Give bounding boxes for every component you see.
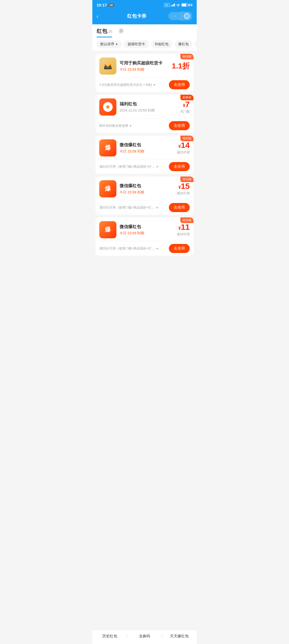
network-badge: 5G (164, 3, 170, 7)
card-1-desc-text: 1.9元购买30元超级吃货卡(5元 × 6张) (99, 83, 152, 87)
card-3-icon: 爆 (99, 139, 116, 156)
card-5-icon: 爆 (99, 221, 116, 238)
card-4-condition: 满33可用 (177, 191, 190, 196)
card-1-desc: 1.9元购买30元超级吃货卡(5元 × 6张) ▼ (99, 83, 169, 87)
card-2-amount: ¥7 (180, 100, 190, 108)
filter-chihuo[interactable]: 超级吃货卡 (124, 40, 149, 48)
card-5-expire: 今日 23:59 到期 (120, 231, 173, 236)
card-4-icon: 爆 (99, 180, 116, 197)
card-3-condition: 满23可用 (177, 150, 190, 155)
card-1-footer: 1.9元购买30元超级吃货卡(5元 × 6张) ▼ 去使用 (96, 78, 193, 92)
card-2-use-button[interactable]: 去使用 (169, 121, 190, 130)
tab-hongbao-label: 红包 (97, 28, 107, 35)
card-3-title: 微信爆红包 (120, 142, 173, 148)
card-3-badge: 将到期 (180, 136, 193, 141)
filter-default-label: 默认排序 (100, 42, 114, 47)
status-right: 5G 24 (164, 3, 192, 7)
card-3-desc-arrow: ▼ (156, 165, 158, 168)
card-3-info: 微信爆红包 今日 23:59 到期 (120, 142, 173, 154)
svg-point-5 (110, 64, 111, 66)
signal-icon (171, 3, 175, 6)
card-5-title: 微信爆红包 (120, 224, 173, 230)
card-2-expire: 2024.12.01 23:59 到期 (120, 108, 177, 113)
card-5-desc: 满18元可用（使用门槛=商品现价+打… ▼ (99, 246, 169, 251)
hongbao-icon (103, 102, 113, 112)
card-1-amount: 1.1折 (172, 62, 190, 70)
header-actions: ··· (168, 11, 192, 21)
battery-icon (181, 3, 188, 7)
card-2: 新获得 福利红包 2024.12.01 23:59 到期 ¥7 无门槛 限外卖到… (96, 95, 193, 133)
back-button[interactable]: ‹ (97, 13, 105, 19)
card-4-expire: 今日 23:59 到期 (120, 190, 173, 195)
header: ‹ 红包卡券 ··· (92, 9, 197, 24)
card-5-value: ¥11 满18可用 (177, 223, 190, 237)
filter-bao[interactable]: 爆红包 (174, 40, 192, 48)
status-left: 10:17 HD (97, 3, 114, 7)
card-2-desc-arrow: ▼ (129, 124, 132, 127)
status-bar: 10:17 HD 5G 24 (92, 0, 197, 9)
card-4-title: 微信爆红包 (120, 183, 173, 189)
hongbao-dot (106, 105, 109, 109)
card-4-use-button[interactable]: 去使用 (169, 203, 190, 212)
card-2-desc-text: 限外卖到家业务使用 (99, 124, 128, 128)
card-2-icon (99, 98, 116, 116)
card-5-badge: 将到期 (180, 217, 193, 223)
filter-butie[interactable]: 补贴红包 (151, 40, 172, 48)
tab-hongbao[interactable]: 红包25 (97, 28, 112, 37)
svg-marker-2 (104, 68, 112, 69)
filter-default[interactable]: 默认排序 ▼ (97, 40, 122, 48)
card-2-badge: 新获得 (180, 95, 193, 100)
card-3-footer: 满23元可用（使用门槛=商品现价+打… ▼ 去使用 (96, 159, 193, 174)
card-1-use-button[interactable]: 去使用 (169, 80, 190, 89)
sim-badge: HD (108, 3, 114, 7)
card-5-desc-arrow: ▼ (156, 247, 158, 250)
card-4-footer: 满33元可用（使用门槛=商品现价+打… ▼ 去使用 (96, 200, 193, 215)
card-1: 将到期 可用于购买超级吃货卡 今日 23:59 到期 1.1折 (96, 54, 193, 92)
card-5: 将到期 爆 微信爆红包 今日 23:59 到期 ¥11 满18可用 满18元可用… (96, 217, 193, 256)
card-1-title: 可用于购买超级吃货卡 (120, 60, 169, 66)
card-1-info: 可用于购买超级吃货卡 今日 23:59 到期 (120, 60, 169, 72)
card-1-value: 1.1折 (172, 62, 190, 70)
tab-quan[interactable]: 券 (119, 28, 124, 37)
card-1-badge: 将到期 (180, 54, 193, 59)
card-2-value: ¥7 无门槛 (180, 100, 190, 114)
card-3-desc-text: 满23元可用（使用门槛=商品现价+打… (99, 164, 155, 169)
battery-level-text: 24 (189, 3, 192, 7)
svg-point-4 (107, 66, 109, 67)
card-3-use-button[interactable]: 去使用 (169, 162, 190, 171)
card-1-main: 可用于购买超级吃货卡 今日 23:59 到期 1.1折 (96, 54, 193, 77)
card-4-value: ¥15 满33可用 (177, 182, 190, 196)
filter-bar: 默认排序 ▼ 超级吃货卡 补贴红包 爆红包 平台 (92, 37, 197, 51)
bao-icon: 爆 (105, 144, 111, 152)
card-5-use-button[interactable]: 去使用 (169, 244, 190, 253)
filter-platform[interactable]: 平台 (195, 40, 197, 48)
battery-level (182, 4, 186, 6)
card-3-value: ¥14 满23可用 (177, 141, 190, 155)
card-3-expire: 今日 23:59 到期 (120, 149, 173, 154)
filter-butie-label: 补贴红包 (155, 42, 169, 47)
card-4-desc: 满33元可用（使用门槛=商品现价+打… ▼ (99, 205, 169, 210)
card-5-desc-text: 满18元可用（使用门槛=商品现价+打… (99, 246, 155, 251)
card-2-desc: 限外卖到家业务使用 ▼ (99, 124, 169, 128)
card-4-desc-text: 满33元可用（使用门槛=商品现价+打… (99, 205, 155, 210)
time-display: 10:17 (97, 3, 107, 7)
card-5-condition: 满18可用 (177, 232, 190, 237)
more-button[interactable]: ··· (168, 12, 181, 20)
card-2-footer: 限外卖到家业务使用 ▼ 去使用 (96, 118, 193, 133)
card-1-icon (99, 57, 116, 75)
cards-container: 将到期 可用于购买超级吃货卡 今日 23:59 到期 1.1折 (92, 51, 197, 277)
card-1-expire: 今日 23:59 到期 (120, 67, 169, 72)
card-3: 将到期 爆 微信爆红包 今日 23:59 到期 ¥14 满23可用 满23元可用… (96, 136, 193, 174)
card-5-main: 爆 微信爆红包 今日 23:59 到期 ¥11 满18可用 (96, 217, 193, 241)
scan-button[interactable] (181, 11, 192, 21)
card-1-desc-arrow: ▼ (153, 83, 156, 86)
tabs-container: 红包25 券 (92, 24, 197, 37)
crown-icon (102, 61, 113, 71)
tab-quan-label: 券 (119, 28, 124, 35)
card-2-main: 福利红包 2024.12.01 23:59 到期 ¥7 无门槛 (96, 95, 193, 118)
card-4-info: 微信爆红包 今日 23:59 到期 (120, 183, 173, 195)
scan-icon (184, 13, 190, 19)
card-3-main: 爆 微信爆红包 今日 23:59 到期 ¥14 满23可用 (96, 136, 193, 159)
bao-icon-3: 爆 (105, 226, 111, 234)
card-2-info: 福利红包 2024.12.01 23:59 到期 (120, 101, 177, 113)
